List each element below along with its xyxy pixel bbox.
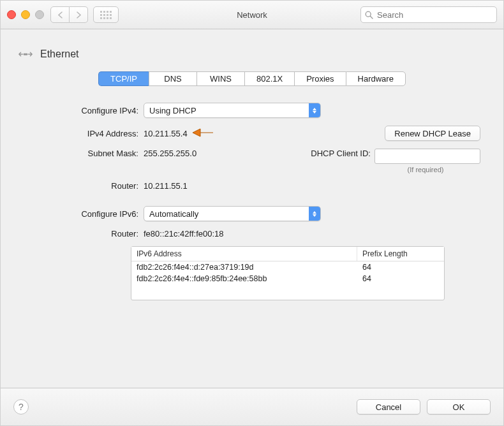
- search-field-wrap[interactable]: [360, 6, 497, 23]
- tabs: TCP/IP DNS WINS 802.1X Proxies Hardware: [17, 71, 487, 86]
- svg-point-4: [26, 54, 27, 55]
- tab-proxies[interactable]: Proxies: [294, 71, 345, 86]
- chevron-updown-icon: [309, 103, 320, 117]
- cell-prefix-length: 64: [362, 263, 439, 272]
- col-ipv6-address[interactable]: IPv6 Address: [131, 247, 357, 261]
- cell-ipv6-address: fdb2:2c26:f4e4::fde9:85fb:24ee:58bb: [137, 274, 362, 283]
- ipv4-router-value: 10.211.55.1: [144, 181, 220, 191]
- pane-header: Ethernet: [17, 46, 487, 62]
- configure-ipv4-select[interactable]: Using DHCP: [144, 103, 321, 118]
- minimize-window-button[interactable]: [21, 10, 30, 19]
- ipv6-router-value: fe80::21c:42ff:fe00:18: [144, 229, 224, 239]
- grid-icon: [100, 11, 112, 19]
- tab-tcpip[interactable]: TCP/IP: [98, 71, 149, 86]
- cell-prefix-length: 64: [362, 274, 439, 283]
- nav-buttons: [50, 6, 88, 23]
- svg-line-1: [370, 16, 373, 18]
- tab-dns[interactable]: DNS: [149, 71, 196, 86]
- back-button[interactable]: [50, 6, 70, 23]
- col-prefix-length[interactable]: Prefix Length: [357, 247, 444, 261]
- configure-ipv6-value: Automatically: [149, 209, 198, 219]
- chevron-right-icon: [76, 11, 82, 18]
- chevron-updown-icon: [309, 207, 320, 221]
- renew-dhcp-lease-button[interactable]: Renew DHCP Lease: [385, 126, 480, 141]
- tab-8021x[interactable]: 802.1X: [244, 71, 294, 86]
- ipv6-address-table: IPv6 Address Prefix Length fdb2:2c26:f4e…: [131, 246, 445, 300]
- page-title: Ethernet: [40, 48, 78, 60]
- pointer-arrow-icon: [191, 127, 213, 140]
- ethernet-icon: [17, 46, 34, 62]
- tab-hardware[interactable]: Hardware: [346, 71, 406, 86]
- subnet-mask-value: 255.255.255.0: [144, 149, 220, 158]
- table-row[interactable]: fdb2:2c26:f4e4::fde9:85fb:24ee:58bb 64: [131, 273, 444, 284]
- close-window-button[interactable]: [7, 10, 16, 19]
- footer: ? Cancel OK: [1, 388, 503, 425]
- subnet-mask-label: Subnet Mask:: [30, 149, 144, 158]
- zoom-window-button[interactable]: [35, 10, 44, 19]
- tab-wins[interactable]: WINS: [196, 71, 244, 86]
- search-input[interactable]: [376, 10, 493, 20]
- configure-ipv4-label: Configure IPv4:: [30, 106, 144, 115]
- show-all-button[interactable]: [93, 6, 119, 23]
- dhcp-client-id-note: (If required): [374, 166, 477, 173]
- forward-button[interactable]: [70, 6, 88, 23]
- help-button[interactable]: ?: [13, 399, 29, 415]
- configure-ipv4-value: Using DHCP: [149, 106, 196, 115]
- network-window: Network Ethernet TCP/IP DNS WINS 802.1X …: [0, 0, 504, 426]
- traffic-lights: [7, 10, 44, 19]
- ok-button[interactable]: OK: [427, 399, 491, 415]
- table-header: IPv6 Address Prefix Length: [131, 247, 444, 261]
- ipv4-address-label: IPv4 Address:: [30, 129, 144, 138]
- configure-ipv6-select[interactable]: Automatically: [144, 206, 321, 221]
- search-icon: [365, 11, 373, 19]
- chevron-left-icon: [57, 11, 63, 18]
- dhcp-client-id-label: DHCP Client ID:: [311, 149, 374, 158]
- ipv4-router-label: Router:: [30, 181, 144, 191]
- titlebar: Network: [1, 1, 503, 29]
- configure-ipv6-label: Configure IPv6:: [30, 209, 144, 219]
- form: Configure IPv4: Using DHCP IPv4 Address:…: [30, 103, 487, 239]
- ipv4-address-value: 10.211.55.4: [144, 129, 188, 138]
- cell-ipv6-address: fdb2:2c26:f4e4::d:27ea:3719:19d: [137, 263, 362, 272]
- dhcp-client-id-input[interactable]: [374, 149, 480, 164]
- cancel-button[interactable]: Cancel: [357, 399, 420, 415]
- ipv6-router-label: Router:: [30, 229, 144, 239]
- pane-body: Ethernet TCP/IP DNS WINS 802.1X Proxies …: [1, 29, 503, 389]
- table-row[interactable]: fdb2:2c26:f4e4::d:27ea:3719:19d 64: [131, 261, 444, 273]
